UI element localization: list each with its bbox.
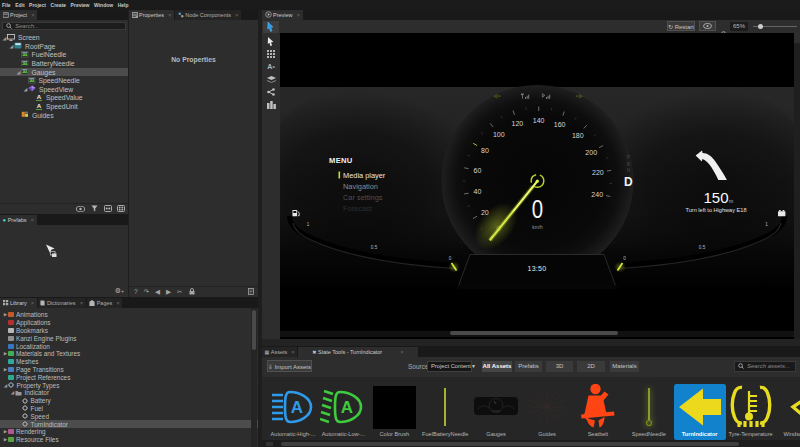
svg-text:Navigation: Navigation (343, 182, 378, 191)
svg-text:100: 100 (493, 129, 505, 139)
svg-text:220: 220 (592, 168, 604, 178)
svg-text:D: D (624, 175, 633, 189)
svg-text:160: 160 (554, 119, 566, 129)
svg-text:0: 0 (449, 256, 452, 261)
svg-text:A: A (341, 398, 353, 417)
svg-text:1: 1 (765, 222, 768, 227)
svg-text:0: 0 (623, 256, 626, 261)
svg-text:80: 80 (481, 145, 489, 155)
svg-text:Media player: Media player (343, 171, 386, 180)
svg-text:240: 240 (591, 189, 603, 199)
svg-text:MENU: MENU (329, 156, 353, 165)
svg-text:200: 200 (585, 147, 597, 157)
svg-text:N: N (627, 168, 630, 173)
svg-text:A: A (37, 103, 42, 109)
svg-text:A: A (37, 94, 42, 100)
svg-text:150: 150 (703, 189, 728, 206)
svg-text:180: 180 (572, 131, 584, 141)
svg-text:120: 120 (512, 119, 524, 129)
svg-text:1: 1 (307, 222, 310, 227)
svg-text:Car settings: Car settings (343, 193, 383, 202)
svg-text:P: P (627, 155, 630, 160)
svg-text:A: A (291, 398, 303, 417)
svg-text:km/h: km/h (532, 225, 543, 230)
svg-text:0.5: 0.5 (699, 245, 706, 250)
svg-text:0: 0 (532, 195, 543, 224)
svg-text:13:50: 13:50 (527, 265, 546, 272)
svg-text:m: m (729, 198, 733, 204)
svg-text:Turn left to Highway E18: Turn left to Highway E18 (685, 207, 746, 213)
svg-text:0.5: 0.5 (371, 245, 378, 250)
svg-text:40: 40 (473, 187, 481, 197)
svg-text:Forecast: Forecast (343, 204, 372, 213)
svg-text:140: 140 (533, 115, 545, 125)
svg-text:60: 60 (474, 166, 482, 176)
